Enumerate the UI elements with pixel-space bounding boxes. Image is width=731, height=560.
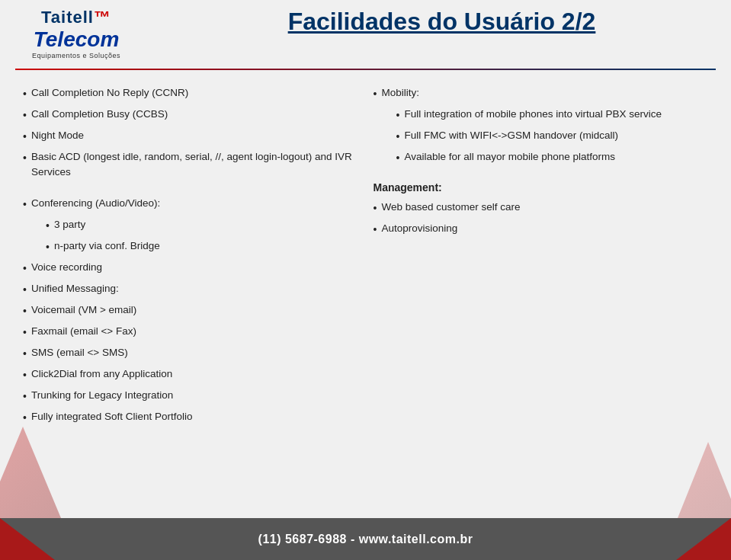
logo-telecom: Telecom (34, 27, 120, 52)
bullet-icon: • (23, 150, 27, 166)
list-item: • Unified Messaging: (23, 281, 358, 298)
bullet-icon: • (396, 150, 400, 166)
bullet-icon: • (374, 86, 377, 102)
bullet-icon: • (374, 200, 377, 216)
bullet-icon: • (23, 261, 27, 277)
list-item: • Basic ACD (longest idle, random, seria… (23, 149, 358, 181)
bullet-icon: • (23, 197, 27, 213)
mobility-label: • Mobility: (374, 85, 709, 102)
bullet-icon: • (23, 129, 27, 145)
bullet-icon: • (23, 303, 27, 319)
list-item: • Full integration of mobile phones into… (396, 107, 709, 123)
right-column: • Mobility: • Full integration of mobile… (374, 85, 709, 510)
list-item: • Trunking for Legacy Integration (23, 388, 358, 405)
page-title: Facilidades do Usuário 2/2 (288, 8, 596, 36)
list-item: • Available for all mayor mobile phone p… (396, 149, 709, 166)
top-bar: Taitell™ Telecom Equipamentos e Soluções… (0, 0, 731, 69)
bullet-icon: • (23, 325, 27, 341)
logo-taitell: Taitell™ (41, 8, 111, 27)
content-area: • Call Completion No Reply (CCNR) • Call… (0, 70, 731, 518)
slide-container: Taitell™ Telecom Equipamentos e Soluções… (0, 0, 731, 560)
bullet-icon: • (23, 410, 27, 426)
list-item: • Full FMC with WIFI<->GSM handover (mid… (396, 128, 709, 145)
list-item: • n-party via conf. Bridge (46, 238, 358, 255)
list-item: • Fully integrated Soft Client Portfolio (23, 409, 358, 426)
list-item: • Night Mode (23, 128, 358, 145)
list-item: • Voicemail (VM > email) (23, 302, 358, 319)
conferencing-label: • Conferencing (Audio/Video): (23, 196, 358, 213)
list-item: • Autoprovisioning (374, 221, 709, 238)
list-item: • Faxmail (email <> Fax) (23, 324, 358, 341)
list-item: • Web based customer self care (374, 200, 709, 216)
bullet-icon: • (396, 107, 400, 123)
left-column: • Call Completion No Reply (CCNR) • Call… (23, 85, 358, 510)
bullet-icon: • (23, 107, 27, 123)
list-item: • Call Completion No Reply (CCNR) (23, 85, 358, 102)
bullet-icon: • (23, 282, 27, 298)
bullet-icon: • (23, 367, 27, 383)
logo-subtitle: Equipamentos e Soluções (32, 52, 120, 59)
footer-decoration-left (0, 518, 91, 560)
bullet-icon: • (23, 346, 27, 362)
management-label: Management: (374, 181, 709, 194)
bullet-icon: • (46, 218, 50, 234)
footer-text: (11) 5687-6988 - www.taitell.com.br (258, 533, 473, 546)
bullet-icon: • (23, 86, 27, 102)
list-item: • 3 party (46, 217, 358, 234)
title-area: Facilidades do Usuário 2/2 (137, 8, 716, 36)
list-item: • Click2Dial from any Application (23, 366, 358, 383)
bullet-icon: • (23, 389, 27, 405)
list-item: • Voice recording (23, 260, 358, 277)
bullet-icon: • (46, 239, 50, 255)
bullet-icon: • (396, 129, 400, 145)
footer: (11) 5687-6988 - www.taitell.com.br (0, 518, 731, 560)
list-item: • Call Completion Busy (CCBS) (23, 107, 358, 123)
list-item: • SMS (email <> SMS) (23, 345, 358, 362)
bullet-icon: • (374, 222, 377, 238)
footer-decoration-right (640, 518, 731, 560)
logo-area: Taitell™ Telecom Equipamentos e Soluções (15, 8, 137, 61)
